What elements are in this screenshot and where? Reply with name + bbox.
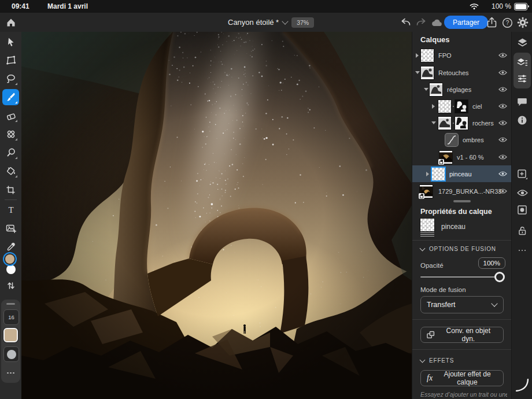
smart-object-thumbnail[interactable]	[420, 185, 433, 198]
export-icon[interactable]	[485, 16, 498, 29]
eye-icon[interactable]	[498, 102, 507, 110]
share-button[interactable]: Partager	[444, 16, 488, 29]
layer-thumbnail[interactable]	[432, 168, 445, 180]
home-button[interactable]	[5, 16, 17, 29]
chevron-down-icon	[491, 300, 497, 306]
brush-color-chip[interactable]	[3, 328, 18, 342]
undo-button[interactable]	[400, 16, 412, 29]
curves-adjustment-thumbnail[interactable]	[445, 134, 458, 146]
magnifier-tool[interactable]	[2, 145, 19, 161]
settings-gear-icon[interactable]	[516, 16, 529, 29]
opacity-slider-knob[interactable]	[494, 272, 505, 282]
layer-thumbnail[interactable]	[421, 66, 434, 79]
disclosure-icon[interactable]	[415, 71, 420, 74]
blend-mode-select[interactable]: Transfert	[420, 296, 504, 313]
disclosure-icon[interactable]	[432, 104, 435, 109]
layer-name: ombres	[463, 136, 484, 143]
eyedropper-tool[interactable]	[2, 239, 19, 255]
layer-name: ciel	[472, 103, 482, 110]
layer-thumbnail[interactable]	[438, 117, 451, 130]
blend-options-header[interactable]: OPTIONS DE FUSION	[420, 246, 496, 252]
add-layer-effect-button[interactable]: fx Ajouter effet de calque	[420, 370, 504, 386]
layer-thumbnail[interactable]	[421, 49, 434, 62]
layer-properties-title: Propriétés du calque	[420, 208, 492, 216]
eraser-tool[interactable]	[2, 108, 19, 124]
tool-bar: T 16	[0, 32, 21, 399]
brush-size-chip[interactable]: 16	[3, 309, 19, 325]
more-options-icon[interactable]	[1, 369, 20, 377]
layer-name: 1729_BURKA...-NR33	[438, 188, 501, 195]
zoom-level-badge[interactable]: 37%	[291, 17, 314, 28]
layer-row-reglages[interactable]: réglages	[412, 81, 512, 98]
more-icon[interactable]	[516, 244, 529, 257]
eye-icon[interactable]	[498, 170, 507, 178]
canvas-image[interactable]	[21, 32, 412, 399]
layer-thumbnail[interactable]	[438, 100, 451, 113]
redo-button[interactable]	[415, 16, 427, 29]
layer-row-v1[interactable]: v1 - 60 %	[412, 149, 512, 165]
layers-panel-icon[interactable]	[516, 56, 529, 69]
effects-hint-text: Essayez d’ajouter un trait ou une	[420, 391, 507, 398]
eye-icon[interactable]	[498, 51, 507, 59]
drag-handle[interactable]	[6, 303, 15, 305]
disclosure-icon[interactable]	[424, 88, 428, 91]
layer-name: FPO	[438, 52, 452, 59]
layer-stack-icon[interactable]	[516, 36, 529, 49]
place-image-tool[interactable]	[2, 220, 19, 237]
help-button[interactable]: ?	[501, 16, 513, 29]
add-layer-icon[interactable]	[516, 168, 529, 180]
layer-row-pinceau-selected[interactable]: pinceau	[412, 165, 512, 182]
eye-icon[interactable]	[498, 69, 507, 76]
eye-icon[interactable]	[498, 119, 507, 127]
disclosure-icon[interactable]	[426, 172, 429, 176]
effects-header[interactable]: EFFETS	[420, 357, 454, 364]
eye-icon[interactable]	[498, 187, 507, 195]
layer-row-retouches[interactable]: Retouches	[412, 64, 512, 81]
layer-row-ciel[interactable]: ciel	[412, 98, 512, 114]
lasso-tool[interactable]	[2, 71, 19, 87]
document-title-group[interactable]: Canyon étoilé * 37%	[228, 13, 314, 32]
cloud-sync-icon[interactable]	[430, 16, 443, 29]
disclosure-icon[interactable]	[431, 121, 436, 124]
eye-icon[interactable]	[498, 86, 507, 93]
brush-preview-chip[interactable]	[3, 346, 19, 362]
layer-row-fpo[interactable]: FPO	[412, 47, 512, 64]
panel-drag-handle[interactable]	[453, 200, 471, 202]
layer-row-rochers[interactable]: rochers	[412, 114, 512, 131]
eye-icon[interactable]	[498, 153, 507, 161]
healing-tool[interactable]	[2, 126, 19, 142]
lock-icon[interactable]	[516, 224, 529, 237]
info-icon[interactable]	[516, 114, 529, 127]
move-tool[interactable]	[2, 34, 19, 50]
layer-name: Retouches	[438, 69, 469, 76]
brush-tool[interactable]	[2, 89, 19, 105]
foreground-background-colors[interactable]	[3, 254, 19, 276]
type-tool[interactable]: T	[2, 202, 19, 218]
battery-percent: 100 %	[492, 2, 511, 10]
blend-options-header-label: OPTIONS DE FUSION	[429, 246, 496, 252]
smart-object-thumbnail[interactable]	[439, 151, 452, 164]
opacity-slider[interactable]	[420, 276, 504, 278]
comment-icon[interactable]	[516, 95, 529, 108]
opacity-value-box[interactable]: 100%	[478, 257, 505, 269]
smart-object-badge	[419, 193, 424, 199]
convert-smart-object-button[interactable]: Conv. en objet dyn.	[420, 327, 504, 343]
eye-icon[interactable]	[516, 186, 529, 199]
disclosure-icon[interactable]	[416, 53, 419, 58]
layer-mask-thumbnail[interactable]	[455, 117, 468, 130]
crop-tool[interactable]	[2, 182, 19, 198]
transform-tool[interactable]	[2, 52, 19, 68]
layer-mask-thumbnail[interactable]	[455, 100, 468, 113]
swap-colors-icon[interactable]	[2, 278, 19, 294]
foreground-color-swatch[interactable]	[5, 254, 14, 264]
eye-icon[interactable]	[498, 136, 507, 143]
layer-row-1729[interactable]: 1729_BURKA...-NR33	[412, 183, 512, 200]
wifi-icon	[470, 3, 479, 10]
date: Mardi 1 avril	[47, 2, 88, 10]
layer-thumbnail[interactable]	[430, 83, 442, 96]
mask-icon[interactable]	[516, 204, 529, 216]
fill-tool[interactable]	[2, 163, 19, 179]
background-color-swatch[interactable]	[6, 265, 16, 274]
adjustments-icon[interactable]	[516, 72, 529, 85]
layer-row-ombres[interactable]: ombres	[412, 131, 512, 148]
